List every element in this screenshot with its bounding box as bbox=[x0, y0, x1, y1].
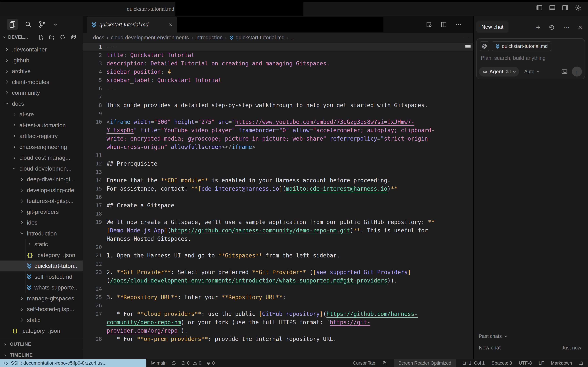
toggle-right-sidebar-icon[interactable] bbox=[562, 4, 569, 11]
timeline-section[interactable]: TIMELINE bbox=[0, 350, 83, 360]
code-line[interactable]: 2title: Quickstart Tutorial bbox=[83, 51, 473, 59]
tree-item[interactable]: ai-test-automation bbox=[0, 120, 83, 131]
code-line[interactable]: [Demo Node.js App](https://github.com/ha… bbox=[83, 226, 473, 235]
code-line[interactable]: 24 bbox=[83, 285, 473, 293]
encoding-indicator[interactable]: UTF-8 bbox=[519, 360, 532, 366]
code-line[interactable]: 1--- bbox=[83, 42, 473, 51]
tree-item[interactable]: docs bbox=[0, 98, 83, 109]
code-line[interactable]: Y_txspDq" title="YouTube video player" f… bbox=[83, 126, 473, 134]
new-file-icon[interactable] bbox=[38, 34, 44, 40]
language-mode-indicator[interactable]: Markdown bbox=[551, 360, 572, 366]
send-button[interactable]: ↑ bbox=[572, 67, 582, 76]
code-line[interactable]: 22 bbox=[83, 260, 473, 268]
code-editor[interactable]: 1---2title: Quickstart Tutorial3descript… bbox=[83, 42, 473, 359]
code-line[interactable]: 9 bbox=[83, 109, 473, 118]
code-line[interactable]: write; encrypted-media; gyroscope; pictu… bbox=[83, 134, 473, 143]
zoom-indicator-icon[interactable] bbox=[382, 360, 387, 366]
search-icon[interactable] bbox=[24, 21, 32, 28]
refresh-icon[interactable] bbox=[60, 34, 65, 40]
screen-reader-indicator[interactable]: Screen Reader Optimized bbox=[394, 359, 456, 367]
breadcrumb-item[interactable]: docs bbox=[93, 34, 104, 41]
context-chip[interactable]: quickstart-tutorial.md bbox=[492, 42, 551, 51]
sync-icon[interactable] bbox=[171, 361, 176, 366]
code-line[interactable]: 13 bbox=[83, 168, 473, 176]
breadcrumb-item[interactable]: ... bbox=[291, 34, 296, 41]
tree-item[interactable]: static bbox=[0, 315, 83, 325]
code-line[interactable]: 8This guide provides a detailed step-by-… bbox=[83, 101, 473, 109]
tree-item[interactable]: {}_category_.json bbox=[0, 250, 83, 261]
cursor-tab-indicator[interactable]: Cursor Tab bbox=[353, 360, 375, 366]
tree-item[interactable]: .github bbox=[0, 55, 83, 66]
git-branch-indicator[interactable]: main bbox=[151, 360, 167, 366]
past-chats-toggle[interactable]: Past chats bbox=[479, 334, 506, 339]
collapse-all-icon[interactable] bbox=[71, 34, 76, 40]
new-folder-icon[interactable] bbox=[49, 34, 55, 40]
code-line[interactable]: when-cross-origin" allowfullscreen></ifr… bbox=[83, 143, 473, 151]
code-line[interactable]: Harness-Hosted Gitspaces. bbox=[83, 235, 473, 243]
code-line[interactable]: 19We'll now create a Gitspace, we'll use… bbox=[83, 218, 473, 226]
code-line[interactable]: 15For assistance, contact: **[cde-intere… bbox=[83, 184, 473, 193]
chat-input-placeholder[interactable]: Plan, search, build anything bbox=[477, 51, 585, 61]
breadcrumb-item[interactable]: quickstart-tutorial.md bbox=[236, 34, 285, 41]
tree-item[interactable]: develop-using-cde bbox=[0, 185, 83, 196]
tree-item[interactable]: whats-supporte... bbox=[0, 282, 83, 293]
code-line[interactable]: 253. **Repository URL**: Enter your **Re… bbox=[83, 293, 473, 301]
code-line[interactable]: 17## Create a Gitspace bbox=[83, 201, 473, 209]
chat-input-box[interactable]: @ quickstart-tutorial.md Plan, search, b… bbox=[476, 38, 585, 79]
tree-item[interactable]: client-modules bbox=[0, 77, 83, 88]
tree-item[interactable]: git-providers bbox=[0, 207, 83, 217]
code-line[interactable]: 6--- bbox=[83, 84, 473, 93]
workspace-name[interactable]: DEVEL... bbox=[8, 34, 28, 40]
code-line[interactable]: 12## Prerequisite bbox=[83, 159, 473, 168]
open-preview-icon[interactable] bbox=[426, 21, 432, 28]
tree-item[interactable]: quickstart-tutori... bbox=[0, 260, 83, 271]
tree-item[interactable]: introduction bbox=[0, 228, 83, 239]
chat-history-icon[interactable] bbox=[548, 24, 555, 31]
tree-item[interactable]: .devcontainer bbox=[0, 44, 83, 55]
breadcrumb-item[interactable]: introduction bbox=[195, 34, 223, 41]
code-line[interactable]: 3description: Detailed Tutorial on creat… bbox=[83, 59, 473, 68]
code-line[interactable]: provider.com/org/repo`). bbox=[83, 326, 473, 335]
toggle-left-sidebar-icon[interactable] bbox=[536, 4, 543, 11]
tree-item[interactable]: {}_category_.json bbox=[0, 325, 83, 336]
code-line[interactable]: 26 bbox=[83, 301, 473, 310]
tree-item[interactable]: community bbox=[0, 87, 83, 98]
tree-item[interactable]: ides bbox=[0, 217, 83, 228]
code-line[interactable]: 232. **Git Provider**: Select your prefe… bbox=[83, 268, 473, 276]
tree-item[interactable]: artifact-registry bbox=[0, 131, 83, 142]
notifications-bell-icon[interactable] bbox=[579, 361, 584, 366]
chat-more-icon[interactable]: ⋯ bbox=[563, 24, 570, 31]
add-context-button[interactable]: @ bbox=[480, 42, 489, 51]
tree-item[interactable]: cloud-developmen... bbox=[0, 163, 83, 174]
code-line[interactable]: 18 bbox=[83, 209, 473, 218]
close-tab-icon[interactable]: × bbox=[169, 22, 173, 28]
ports-indicator[interactable]: 0 bbox=[206, 360, 215, 366]
remote-indicator[interactable]: SSH: documentation-repo-e5ifp9-8rzze4.us… bbox=[0, 359, 146, 367]
tree-item[interactable]: ai-sre bbox=[0, 109, 83, 120]
tree-item[interactable]: manage-gitspaces bbox=[0, 293, 83, 304]
chevron-down-icon[interactable] bbox=[2, 35, 7, 39]
gear-icon[interactable] bbox=[575, 4, 582, 11]
split-editor-icon[interactable] bbox=[440, 21, 447, 28]
code-line[interactable]: 4sidebar_position: 4 bbox=[83, 68, 473, 76]
tree-item[interactable]: self-hosted-gitsp... bbox=[0, 304, 83, 315]
tree-item[interactable]: cloud-cost-manag... bbox=[0, 152, 83, 163]
attach-image-icon[interactable] bbox=[561, 68, 568, 75]
code-line[interactable]: 14Ensure that the **CDE module** is enab… bbox=[83, 176, 473, 184]
source-control-icon[interactable] bbox=[39, 21, 46, 28]
tab-quickstart-tutorial[interactable]: quickstart-tutorial.md × bbox=[87, 17, 177, 33]
cursor-position-indicator[interactable]: Ln 1, Col 1 bbox=[463, 360, 485, 366]
chat-history-item[interactable]: New chat Just now bbox=[479, 345, 581, 351]
chat-tab[interactable]: New chat bbox=[476, 21, 508, 33]
more-actions-icon[interactable]: ⋯ bbox=[455, 21, 462, 28]
code-line[interactable]: 211. Open the Harness UI and go to **Git… bbox=[83, 251, 473, 260]
code-line[interactable]: community/demo-repo-nm) or your fork (us… bbox=[83, 318, 473, 326]
code-line[interactable]: 10<iframe width="500" height="275" src="… bbox=[83, 118, 473, 126]
code-line[interactable]: 20 bbox=[83, 243, 473, 251]
tree-item[interactable]: deep-dive-into-gi... bbox=[0, 174, 83, 185]
code-line[interactable]: 11 bbox=[83, 151, 473, 159]
code-line[interactable]: 28 * For **on-prem providers**: provide … bbox=[83, 335, 473, 343]
chevron-down-icon[interactable] bbox=[52, 21, 59, 27]
tree-item[interactable]: static bbox=[0, 239, 83, 250]
explorer-icon[interactable] bbox=[7, 19, 18, 30]
